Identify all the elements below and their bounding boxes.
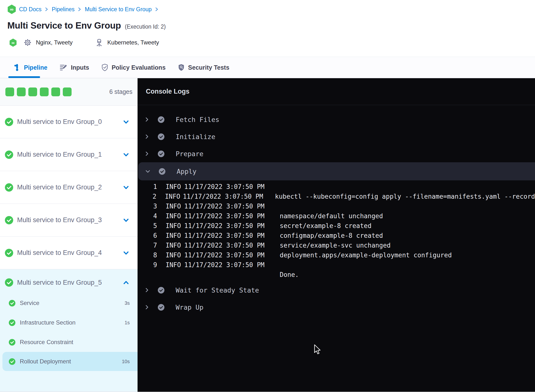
- environments-icon: [95, 38, 103, 47]
- stage-count-label: 6 stages: [109, 88, 132, 95]
- step-label: Rollout Deployment: [20, 358, 122, 365]
- chevron-right-icon[interactable]: [144, 134, 150, 139]
- log-line: 2INFO11/17/2022 3:07:50 PMkubectl --kube…: [138, 192, 535, 201]
- step-row-rollout-deployment[interactable]: Rollout Deployment 10s: [2, 352, 138, 371]
- tab-inputs[interactable]: Inputs: [60, 57, 89, 78]
- step-label: Infrastructure Section: [20, 319, 125, 326]
- console-step-apply[interactable]: Apply: [138, 162, 535, 180]
- services-label: Nginx, Tweety: [36, 39, 73, 46]
- stage-progress-square: [51, 87, 60, 96]
- chevron-down-icon[interactable]: [123, 217, 129, 223]
- tab-pipeline-label: Pipeline: [24, 64, 47, 71]
- inputs-icon: [60, 64, 67, 71]
- console-step-prepare[interactable]: Prepare: [138, 145, 535, 162]
- stage-row-4[interactable]: Multi service to Env Group_4: [0, 237, 138, 269]
- log-line: 1INFO11/17/2022 3:07:50 PM: [138, 182, 535, 192]
- chevron-down-icon[interactable]: [123, 250, 129, 256]
- step-success-check-icon: [158, 304, 164, 311]
- log-line: 5INFO11/17/2022 3:07:50 PMsecret/example…: [138, 221, 535, 231]
- stage-group-expanded: Multi service to Env Group_5 Service 3s …: [0, 269, 138, 392]
- page-header: ∞ CD Docs Pipelines Multi Service to Env…: [0, 0, 535, 57]
- stage-label: Multi service to Env Group_0: [17, 118, 123, 126]
- chevron-down-icon[interactable]: [145, 169, 150, 174]
- stage-progress-square: [5, 87, 14, 96]
- console-step-initialize[interactable]: Initialize: [138, 128, 535, 145]
- chevron-right-icon[interactable]: [144, 305, 150, 310]
- execution-tabbar: Pipeline Inputs Policy Evaluations Secur…: [0, 57, 535, 78]
- breadcrumb-link-pipeline-name[interactable]: Multi Service to Env Group: [85, 6, 152, 13]
- console-header: Console Logs: [138, 78, 535, 105]
- step-row-infrastructure-section[interactable]: Infrastructure Section 1s: [0, 313, 138, 332]
- security-shield-scan-icon: [178, 64, 185, 71]
- log-line: Done.: [138, 270, 535, 280]
- stage-progress-section: 6 stages: [0, 78, 138, 106]
- step-success-check-icon: [158, 133, 164, 140]
- log-line: 6INFO11/17/2022 3:07:50 PMconfigmap/exam…: [138, 231, 535, 240]
- stage-row-2[interactable]: Multi service to Env Group_2: [0, 171, 138, 204]
- stage-progress-square: [17, 87, 26, 96]
- chevron-down-icon[interactable]: [123, 152, 129, 158]
- environments-label: Kubernetes, Tweety: [107, 39, 159, 46]
- step-success-check-icon: [159, 168, 165, 175]
- step-duration: 1s: [125, 320, 130, 326]
- tab-policy-evaluations-label: Policy Evaluations: [112, 64, 166, 71]
- execution-meta-row: ∞ Nginx, Tweety Kubernetes, Tweety: [7, 38, 535, 47]
- console-step-fetch-files[interactable]: Fetch Files: [138, 111, 535, 128]
- chevron-down-icon[interactable]: [123, 185, 129, 190]
- tab-security-tests[interactable]: Security Tests: [178, 57, 229, 78]
- chevron-right-icon[interactable]: [144, 117, 150, 122]
- stage-label: Multi service to Env Group_3: [17, 216, 123, 224]
- success-check-icon: [9, 339, 15, 346]
- tab-policy-evaluations[interactable]: Policy Evaluations: [101, 57, 166, 78]
- console-log-block: 1INFO11/17/2022 3:07:50 PM 2INFO11/17/20…: [138, 180, 535, 282]
- success-check-icon: [5, 151, 13, 159]
- success-check-icon: [9, 358, 15, 365]
- stage-row-5[interactable]: Multi service to Env Group_5: [0, 272, 138, 293]
- tab-security-tests-label: Security Tests: [188, 64, 229, 71]
- pipeline-execution-page: ∞ CD Docs Pipelines Multi Service to Env…: [0, 0, 535, 392]
- console-step-label: Initialize: [176, 133, 215, 141]
- harness-cd-icon: ∞: [9, 39, 17, 47]
- log-line: 7INFO11/17/2022 3:07:50 PMservice/exampl…: [138, 240, 535, 250]
- success-check-icon: [5, 118, 13, 126]
- stage-row-0[interactable]: Multi service to Env Group_0: [0, 106, 138, 138]
- log-line: 8INFO11/17/2022 3:07:50 PMdeployment.app…: [138, 250, 535, 260]
- step-label: Service: [20, 300, 125, 306]
- step-success-check-icon: [158, 287, 164, 294]
- svg-text:∞: ∞: [11, 40, 14, 45]
- breadcrumb-link-cd-docs[interactable]: CD Docs: [19, 6, 42, 13]
- pipeline-icon: [14, 64, 21, 71]
- stage-row-1[interactable]: Multi service to Env Group_1: [0, 138, 138, 171]
- step-success-check-icon: [158, 116, 164, 123]
- console-step-wait-for-steady-state[interactable]: Wait for Steady State: [138, 282, 535, 299]
- execution-id-label: (Execution Id: 2): [125, 23, 166, 30]
- success-check-icon: [5, 249, 13, 257]
- stage-row-3[interactable]: Multi service to Env Group_3: [0, 204, 138, 237]
- tab-inputs-label: Inputs: [71, 64, 89, 71]
- stage-label: Multi service to Env Group_2: [17, 184, 123, 191]
- step-row-service[interactable]: Service 3s: [0, 293, 138, 313]
- success-check-icon: [5, 216, 13, 224]
- chevron-up-icon[interactable]: [123, 280, 129, 285]
- tab-pipeline[interactable]: Pipeline: [14, 57, 47, 78]
- chevron-right-icon[interactable]: [144, 287, 150, 293]
- page-title: Multi Service to Env Group: [7, 21, 121, 31]
- stage-progress-squares: [5, 87, 72, 96]
- mouse-cursor-icon: [314, 344, 321, 355]
- policy-shield-check-icon: [101, 64, 108, 71]
- stage-panel: 6 stages Multi service to Env Group_0 Mu…: [0, 78, 138, 392]
- chevron-down-icon[interactable]: [123, 119, 129, 125]
- log-line: 9INFO11/17/2022 3:07:50 PM: [138, 260, 535, 270]
- stage-label: Multi service to Env Group_5: [17, 279, 123, 286]
- stage-label: Multi service to Env Group_1: [17, 151, 123, 158]
- console-step-wrap-up[interactable]: Wrap Up: [138, 299, 535, 316]
- breadcrumb-link-pipelines[interactable]: Pipelines: [52, 6, 75, 13]
- console-step-label: Apply: [177, 168, 196, 175]
- chevron-right-icon[interactable]: [144, 151, 150, 156]
- success-check-icon: [9, 300, 15, 306]
- breadcrumb-chevron-icon: [44, 7, 49, 12]
- console-panel[interactable]: Console Logs Fetch Files Initialize Prep…: [138, 78, 535, 392]
- step-row-resource-constraint[interactable]: Resource Constraint: [0, 332, 138, 352]
- success-check-icon: [5, 183, 13, 192]
- console-step-label: Wait for Steady State: [176, 286, 259, 294]
